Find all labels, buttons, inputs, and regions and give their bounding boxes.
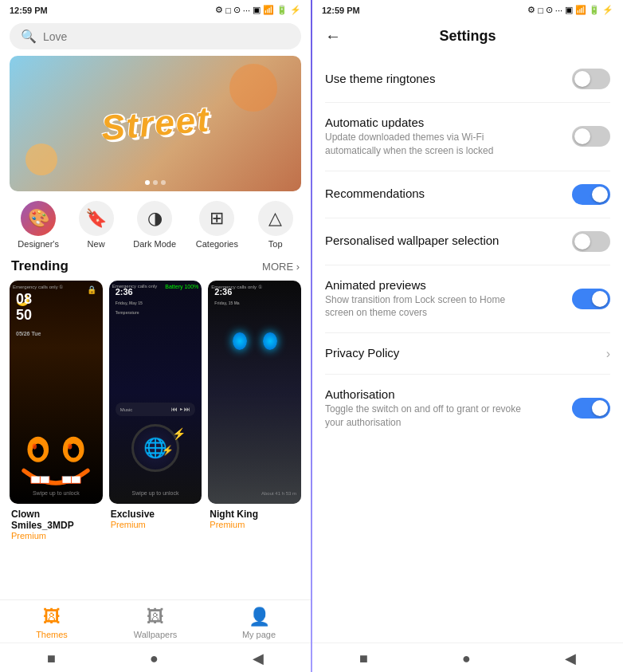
music-buttons: ⏮ ▶ ⏭	[171, 406, 190, 413]
right-location-icon: ⊙	[546, 5, 553, 15]
auto-updates-title: Automatic updates	[325, 116, 572, 129]
settings-title: Settings	[439, 28, 496, 45]
svg-point-4	[33, 444, 37, 450]
left-status-bar: 12:59 PM ⚙ □ ⊙ ··· ▣ 📶 🔋 ⚡	[0, 0, 311, 20]
category-dark-mode[interactable]: ◑ Dark Mode	[133, 201, 176, 249]
music-label: Music	[120, 407, 133, 412]
left-sys-back[interactable]: ◀	[253, 650, 264, 667]
right-bt-icon: ⚡	[602, 5, 613, 15]
search-bar[interactable]: 🔍	[10, 23, 301, 49]
recommendations-knob	[592, 187, 608, 202]
music-controls: Music ⏮ ▶ ⏭	[116, 403, 196, 416]
right-status-time: 12:59 PM	[322, 6, 360, 15]
right-sys-square[interactable]: ■	[359, 650, 368, 667]
trending-title: Trending	[11, 258, 69, 274]
category-categories[interactable]: ⊞ Categories	[196, 201, 238, 249]
nav-my-page[interactable]: 👤 My page	[207, 607, 311, 639]
auto-updates-knob	[574, 128, 590, 144]
theme-ringtones-title: Use theme ringtones	[325, 72, 572, 85]
authorisation-subtitle: Toggle the switch on and off to grant or…	[325, 403, 532, 430]
settings-icon: ⚙	[215, 5, 223, 15]
night-time: 2:36Friday, 15 Ma	[214, 287, 239, 306]
settings-authorisation: Authorisation Toggle the switch on and o…	[325, 375, 610, 442]
auto-updates-toggle[interactable]	[572, 126, 610, 147]
theme-card-exclusive[interactable]: Battery 100% Emergency calls only 2:36Fr…	[109, 281, 202, 542]
right-status-bar: 12:59 PM ⚙ □ ⊙ ··· ▣ 📶 🔋 ⚡	[312, 0, 623, 20]
exclusive-info: Exclusive Premium	[109, 504, 202, 531]
hero-banner[interactable]: Street	[10, 56, 301, 191]
night-info: Night King Premium	[208, 504, 301, 531]
left-status-icons: ⚙ □ ⊙ ··· ▣ 📶 🔋 ⚡	[215, 5, 301, 15]
search-icon: 🔍	[21, 29, 37, 44]
recommendations-left: Recommendations	[325, 187, 572, 202]
themes-nav-icon: 🖼	[43, 607, 61, 627]
right-block-icon: ▣	[565, 5, 573, 15]
trending-header: Trending MORE ›	[0, 255, 311, 281]
nav-wallpapers[interactable]: 🖼 Wallpapers	[104, 607, 207, 639]
category-designers[interactable]: 🎨 Designer's	[18, 201, 59, 249]
location-icon: ⊙	[233, 5, 241, 15]
authorisation-left: Authorisation Toggle the switch on and o…	[325, 387, 572, 430]
recommendations-toggle[interactable]	[572, 184, 610, 205]
left-sys-square[interactable]: ■	[47, 650, 56, 667]
category-new[interactable]: 🔖 New	[79, 201, 114, 249]
category-top[interactable]: △ Top	[258, 201, 293, 249]
night-name: Night King	[210, 509, 300, 520]
privacy-policy-title: Privacy Policy	[325, 346, 606, 360]
animated-previews-toggle[interactable]	[572, 289, 610, 309]
clown-swipe: Swipe up to unlock	[33, 490, 80, 496]
exclusive-card-image: Battery 100% Emergency calls only 2:36Fr…	[109, 281, 202, 504]
settings-animated-previews: Animated previews Show transition from L…	[325, 265, 610, 334]
more-button[interactable]: MORE ›	[262, 261, 300, 273]
personalised-wallpaper-left: Personalised wallpaper selection	[325, 234, 572, 249]
right-sys-back[interactable]: ◀	[565, 650, 576, 667]
night-card-image: Emergency calls only ① 2:36Friday, 15 Ma…	[208, 281, 301, 504]
search-input[interactable]	[43, 30, 290, 43]
privacy-policy-arrow: ›	[606, 347, 610, 361]
hero-circle-deco	[229, 64, 277, 112]
clown-card-image: Emergency calls only ① 🌙 🔒 085005/26 Tue	[10, 281, 103, 504]
theme-ringtones-toggle[interactable]	[572, 69, 610, 89]
right-sys-circle[interactable]: ●	[462, 650, 471, 667]
animated-previews-title: Animated previews	[325, 278, 572, 292]
dark-mode-icon: ◑	[137, 201, 172, 236]
top-label: Top	[268, 239, 283, 249]
right-more-icon: ···	[555, 6, 562, 15]
designers-icon: 🎨	[21, 201, 56, 236]
night-about: About 41 h 53 m	[261, 491, 296, 496]
top-icon: △	[258, 201, 293, 236]
authorisation-title: Authorisation	[325, 387, 572, 401]
left-sys-circle[interactable]: ●	[150, 650, 159, 667]
themes-nav-label: Themes	[36, 630, 68, 639]
new-icon: 🔖	[79, 201, 114, 236]
right-system-nav: ■ ● ◀	[312, 643, 623, 672]
right-battery-icon: 🔋	[589, 5, 600, 15]
category-row: 🎨 Designer's 🔖 New ◑ Dark Mode ⊞ Categor…	[0, 191, 311, 255]
my-page-nav-icon: 👤	[249, 607, 270, 627]
categories-icon: ⊞	[199, 201, 234, 236]
recommendations-title: Recommendations	[325, 187, 572, 200]
lightning-icon2: ⚡	[162, 445, 174, 456]
dark-mode-label: Dark Mode	[133, 239, 176, 249]
personalised-wallpaper-toggle[interactable]	[572, 231, 610, 252]
settings-privacy-policy[interactable]: Privacy Policy ›	[325, 333, 610, 375]
right-sim-icon: □	[538, 6, 543, 15]
nav-themes[interactable]: 🖼 Themes	[0, 607, 104, 639]
sim-icon: □	[225, 6, 231, 15]
right-wifi-icon: 📶	[575, 5, 586, 15]
auto-updates-left: Automatic updates Update downloaded them…	[325, 116, 572, 158]
right-settings-icon: ⚙	[527, 5, 535, 15]
theme-card-clown[interactable]: Emergency calls only ① 🌙 🔒 085005/26 Tue	[10, 281, 103, 542]
hero-text: Street	[100, 99, 212, 148]
left-system-nav: ■ ● ◀	[0, 643, 311, 672]
authorisation-toggle[interactable]	[572, 398, 610, 419]
theme-cards: Emergency calls only ① 🌙 🔒 085005/26 Tue	[0, 281, 311, 542]
theme-card-night-king[interactable]: Emergency calls only ① 2:36Friday, 15 Ma…	[208, 281, 301, 542]
theme-ringtones-knob	[574, 71, 590, 87]
settings-auto-updates: Automatic updates Update downloaded them…	[325, 103, 610, 171]
exclusive-swipe: Swipe up to unlock	[132, 490, 179, 496]
back-button[interactable]: ←	[325, 27, 341, 45]
right-status-icons: ⚙ □ ⊙ ··· ▣ 📶 🔋 ⚡	[527, 5, 613, 15]
lightning-icon: ⚡	[172, 427, 186, 440]
bottom-nav: 🖼 Themes 🖼 Wallpapers 👤 My page	[0, 599, 311, 643]
